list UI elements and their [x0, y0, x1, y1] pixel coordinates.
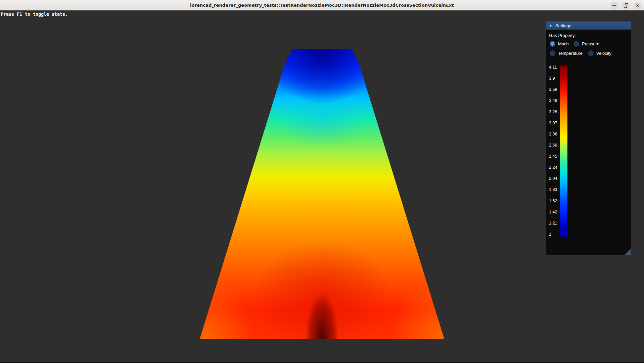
colorbar-tick: 4.11: [549, 65, 559, 70]
maximize-button[interactable]: [622, 2, 630, 10]
colorbar-tick: 3.07: [549, 121, 559, 126]
radio-option-temperature[interactable]: Temperature: [550, 50, 583, 56]
minimize-button[interactable]: [610, 2, 618, 10]
radio-circle-pressure[interactable]: [573, 41, 579, 47]
window-titlebar[interactable]: lorencad_renderer_geometry_tests::TestRe…: [0, 0, 644, 10]
window-title: lorencad_renderer_geometry_tests::TestRe…: [190, 3, 454, 8]
close-icon: ✕: [636, 3, 640, 8]
radio-label-mach: Mach: [558, 41, 569, 46]
radio-circle-velocity[interactable]: [588, 50, 594, 56]
collapse-triangle-icon: ▼: [549, 24, 552, 28]
radio-label-temperature: Temperature: [558, 51, 583, 56]
radio-circle-mach[interactable]: [550, 41, 555, 47]
render-viewport[interactable]: Press F1 to toggle stats. ▼ Settings Gas…: [0, 11, 644, 363]
radio-label-velocity: Velocity: [596, 51, 611, 56]
colorbar-tick: 2.24: [549, 165, 559, 170]
restore-icon: [624, 3, 628, 8]
colorbar-tick: 3.9: [549, 76, 559, 81]
gas-property-label: Gas Property:: [549, 33, 576, 38]
close-button[interactable]: ✕: [634, 2, 642, 10]
colorbar-tick: 3.69: [549, 87, 559, 92]
radio-option-mach[interactable]: Mach: [550, 41, 569, 47]
colorbar-tick: 2.66: [549, 143, 559, 148]
colorbar-tick: 2.04: [549, 176, 559, 181]
radio-circle-temperature[interactable]: [550, 50, 555, 56]
colorbar-tick-labels: 4.11 3.9 3.69 3.49 3.28 3.07 2.86 2.66 2…: [549, 65, 559, 237]
radio-option-pressure[interactable]: Pressure: [573, 41, 599, 47]
colorbar-tick: 2.86: [549, 132, 559, 137]
settings-panel-title: Settings: [555, 23, 571, 28]
colorbar-tick: 1.21: [549, 221, 559, 226]
nozzle-cross-section-render: [200, 49, 444, 339]
settings-panel-header[interactable]: ▼ Settings: [546, 22, 631, 30]
colorbar-tick: 1.83: [549, 187, 559, 192]
colorbar-tick: 1.62: [549, 199, 559, 204]
colorbar-tick: 3.49: [549, 98, 559, 103]
colorbar-tick: 1.42: [549, 210, 559, 215]
minimize-icon: [612, 5, 616, 6]
radio-option-velocity[interactable]: Velocity: [588, 50, 611, 56]
colorbar-gradient: [560, 66, 567, 237]
colorbar-tick: 3.28: [549, 110, 559, 115]
radio-label-pressure: Pressure: [582, 41, 599, 46]
panel-resize-handle[interactable]: [625, 248, 631, 255]
settings-panel: ▼ Settings Gas Property: Mach Pressure T…: [546, 22, 631, 255]
window-controls: ✕: [610, 0, 642, 11]
colorbar-tick: 2.45: [549, 154, 559, 159]
colorbar-tick: 1: [549, 232, 559, 237]
stats-hint-text: Press F1 to toggle stats.: [1, 12, 68, 17]
